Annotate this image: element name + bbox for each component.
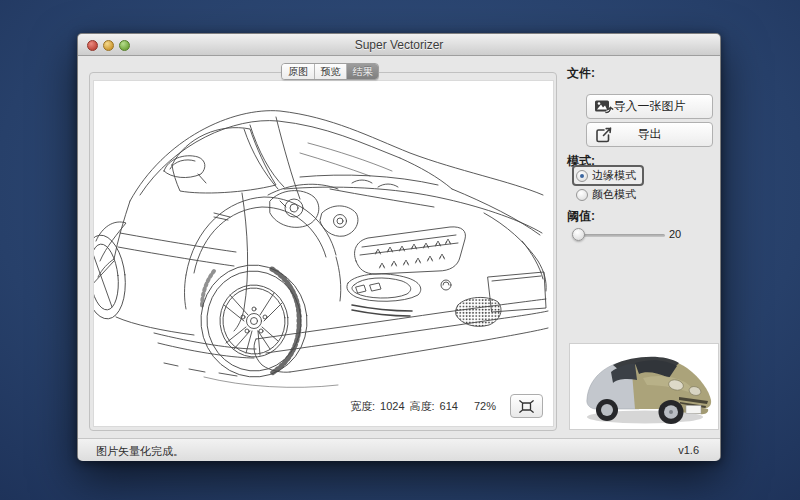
view-tabs: 原图 预览 结果 — [281, 63, 379, 80]
tab-preview[interactable]: 预览 — [314, 64, 346, 79]
export-button[interactable]: 导出 — [586, 122, 713, 147]
zoom-percent: 72% — [474, 400, 496, 412]
mode-option-edge[interactable]: 边缘模式 — [572, 165, 644, 186]
export-button-label: 导出 — [638, 127, 662, 141]
tab-result[interactable]: 结果 — [346, 64, 378, 79]
mode-edge-label: 边缘模式 — [592, 168, 636, 183]
radio-selected-icon[interactable] — [576, 170, 588, 182]
app-window: Super Vectorizer 原图 预览 结果 — [77, 33, 721, 461]
image-info: 宽度: 1024 高度: 614 72% — [345, 394, 543, 418]
photo-import-icon — [594, 98, 615, 116]
threshold-slider-knob[interactable] — [572, 228, 585, 241]
original-image-thumbnail — [569, 343, 719, 430]
width-label: 宽度: — [350, 399, 375, 414]
window-title: Super Vectorizer — [78, 38, 720, 52]
fit-to-window-button[interactable] — [510, 394, 543, 418]
app-version: v1.6 — [678, 444, 699, 456]
status-bar: 图片矢量化完成。 v1.6 — [78, 438, 720, 461]
tab-original[interactable]: 原图 — [282, 64, 314, 79]
threshold-value: 20 — [669, 228, 681, 240]
export-arrow-icon — [594, 126, 615, 144]
file-section-label: 文件: — [567, 65, 595, 82]
original-car-photo — [573, 347, 716, 427]
fit-to-window-icon — [518, 400, 535, 413]
height-label: 高度: — [410, 399, 435, 414]
titlebar[interactable]: Super Vectorizer — [78, 34, 720, 56]
radio-unselected-icon[interactable] — [576, 189, 588, 201]
width-value: 1024 — [380, 400, 404, 412]
car-line-art — [94, 81, 555, 428]
import-button-label: 导入一张图片 — [614, 99, 686, 113]
result-canvas: 宽度: 1024 高度: 614 72% — [93, 80, 554, 427]
status-message: 图片矢量化完成。 — [96, 444, 184, 459]
height-value: 614 — [440, 400, 458, 412]
threshold-slider[interactable] — [573, 234, 665, 237]
import-image-button[interactable]: 导入一张图片 — [586, 94, 713, 119]
threshold-label: 阈值: — [567, 208, 595, 225]
mode-option-color[interactable]: 颜色模式 — [576, 187, 636, 202]
mode-color-label: 颜色模式 — [592, 187, 636, 202]
